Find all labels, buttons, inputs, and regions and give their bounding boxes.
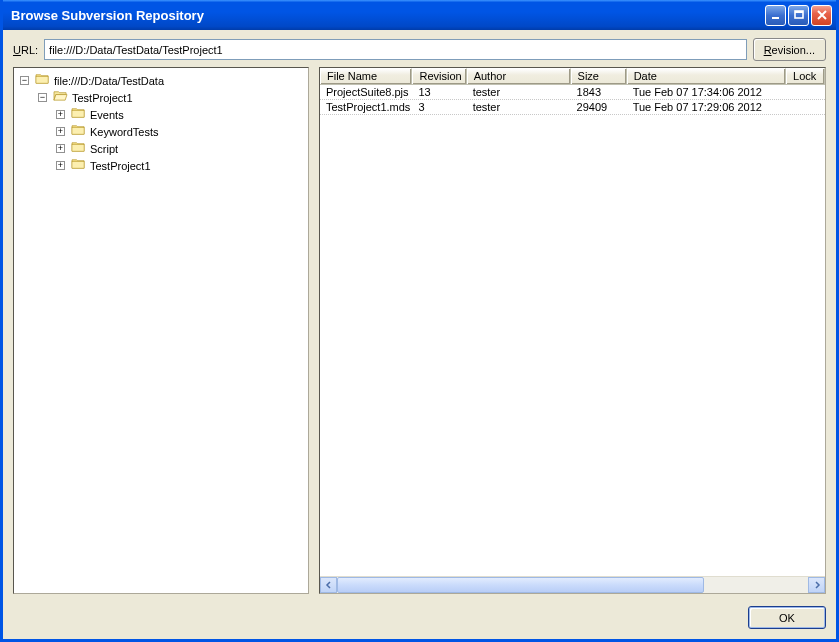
svg-rect-2 (795, 11, 803, 13)
table-row[interactable]: ProjectSuite8.pjs13tester1843Tue Feb 07 … (320, 85, 825, 100)
file-list-pane: File Name Revision Author Size Date Lock… (319, 67, 826, 594)
content-area: −file:///D:/Data/TestData−TestProject1+E… (3, 67, 836, 600)
collapse-toggle[interactable]: − (38, 93, 47, 102)
revision-button[interactable]: Revision... (753, 38, 826, 61)
window-title: Browse Subversion Repository (11, 8, 204, 23)
expand-toggle[interactable]: + (56, 127, 65, 136)
folder-icon (71, 106, 86, 123)
maximize-icon (793, 9, 805, 21)
window: Browse Subversion Repository URL: Revisi… (0, 0, 839, 642)
horizontal-scrollbar[interactable] (320, 576, 825, 593)
file-list-body[interactable]: ProjectSuite8.pjs13tester1843Tue Feb 07 … (320, 85, 825, 576)
url-row: URL: Revision... (3, 30, 836, 67)
svg-rect-4 (72, 111, 84, 118)
column-header-lock[interactable]: Lock (786, 68, 825, 84)
cell-size: 29409 (571, 101, 627, 113)
close-icon (816, 9, 828, 21)
cell-revision: 3 (412, 101, 466, 113)
folder-open-icon (53, 89, 68, 106)
tree-node-label: Script (88, 141, 120, 157)
minimize-button[interactable] (765, 5, 786, 26)
folder-icon (71, 123, 86, 140)
scrollbar-thumb[interactable] (337, 577, 704, 593)
svg-rect-5 (72, 128, 84, 134)
cell-author: tester (467, 86, 571, 98)
column-header-size[interactable]: Size (571, 68, 627, 84)
tree-node-label: TestProject1 (88, 158, 153, 174)
chevron-right-icon (813, 581, 821, 589)
maximize-button[interactable] (788, 5, 809, 26)
folder-icon (35, 72, 50, 89)
folder-icon (71, 157, 86, 174)
tree-node[interactable]: +Events (54, 106, 306, 123)
column-header-author[interactable]: Author (467, 68, 571, 84)
close-button[interactable] (811, 5, 832, 26)
scrollbar-track[interactable] (337, 577, 808, 593)
svg-rect-6 (72, 145, 84, 152)
url-label: URL: (13, 44, 38, 56)
cell-date: Tue Feb 07 17:34:06 2012 (627, 86, 787, 98)
file-list-header: File Name Revision Author Size Date Lock (320, 68, 825, 85)
tree-node[interactable]: −file:///D:/Data/TestData (18, 72, 306, 89)
scroll-left-button[interactable] (320, 577, 337, 593)
tree-node-label: file:///D:/Data/TestData (52, 73, 166, 89)
cell-date: Tue Feb 07 17:29:06 2012 (627, 101, 787, 113)
cell-revision: 13 (412, 86, 466, 98)
titlebar[interactable]: Browse Subversion Repository (3, 0, 836, 30)
scroll-right-button[interactable] (808, 577, 825, 593)
tree-node[interactable]: −TestProject1 (36, 89, 306, 106)
column-header-filename[interactable]: File Name (320, 68, 412, 84)
ok-button[interactable]: OK (748, 606, 826, 629)
repository-tree: −file:///D:/Data/TestData−TestProject1+E… (16, 72, 306, 174)
tree-node-label: KeywordTests (88, 124, 160, 140)
tree-node[interactable]: +Script (54, 140, 306, 157)
cell-name: ProjectSuite8.pjs (320, 86, 412, 98)
column-header-revision[interactable]: Revision (412, 68, 466, 84)
expand-toggle[interactable]: + (56, 110, 65, 119)
svg-rect-7 (72, 162, 84, 169)
cell-name: TestProject1.mds (320, 101, 412, 113)
minimize-icon (770, 9, 782, 21)
tree-pane[interactable]: −file:///D:/Data/TestData−TestProject1+E… (13, 67, 309, 594)
footer: OK (3, 600, 836, 639)
expand-toggle[interactable]: + (56, 161, 65, 170)
svg-rect-3 (36, 77, 48, 84)
chevron-left-icon (325, 581, 333, 589)
tree-node-label: TestProject1 (70, 90, 135, 106)
expand-toggle[interactable]: + (56, 144, 65, 153)
folder-icon (71, 140, 86, 157)
window-buttons (765, 5, 832, 26)
tree-node[interactable]: +TestProject1 (54, 157, 306, 174)
tree-node[interactable]: +KeywordTests (54, 123, 306, 140)
cell-author: tester (467, 101, 571, 113)
collapse-toggle[interactable]: − (20, 76, 29, 85)
cell-size: 1843 (571, 86, 627, 98)
tree-node-label: Events (88, 107, 126, 123)
url-input[interactable] (44, 39, 747, 60)
column-header-date[interactable]: Date (627, 68, 786, 84)
svg-rect-0 (772, 17, 779, 19)
table-row[interactable]: TestProject1.mds3tester29409Tue Feb 07 1… (320, 100, 825, 115)
